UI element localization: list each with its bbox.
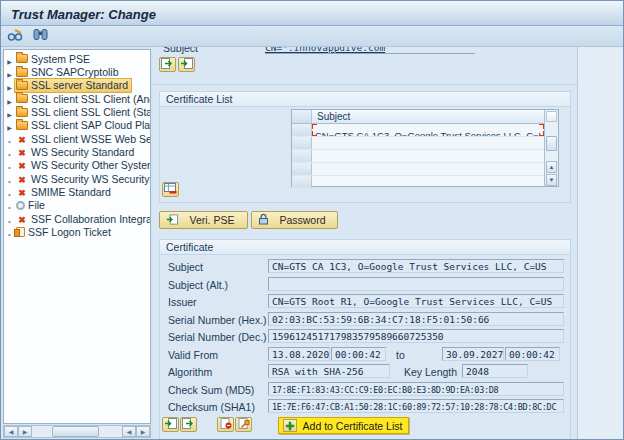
certificate-group: Certificate Subject CN=GTS CA 1C3, O=Goo… [159,239,571,440]
tree-item-label: SSL client WSSE Web Servic [31,133,151,145]
display-certificate-button[interactable] [217,417,234,432]
row-selector[interactable] [292,163,312,175]
tree-item-label: SSF Collaboration Integration [31,213,151,225]
file-import-icon [166,214,178,227]
selected-tree-item[interactable]: SSL server Standard [15,79,131,92]
tree-item-ws-security-keys[interactable]: WS Security WS Security Key [4,172,150,185]
row-selector[interactable] [292,137,312,149]
inactive-x-icon [16,146,28,158]
tree-item-ssl-server-standard[interactable]: SSL server Standard [4,79,150,92]
title-bar: Trust Manager: Change [1,1,623,26]
scroll-down-button[interactable]: ▼ [546,174,557,186]
scrollbar-track[interactable] [32,426,122,437]
tree-item-ssl-client-sap-cloud[interactable]: SSL client SAP Cloud Platform [4,119,150,132]
tree-item-label: SSL server Standard [31,79,128,91]
scroll-up-button[interactable]: ▲ [546,161,557,173]
file-ring-icon [16,201,25,210]
tree-item-ssl-client-standard[interactable]: SSL client SSL Client (Standa [4,105,150,118]
tree-item-file[interactable]: File [4,199,150,212]
tree-item-label: File [28,199,45,211]
sha1-label: Checksum (SHA1) [168,401,255,413]
app-toolbar [1,26,623,47]
select-all-cell[interactable] [292,110,312,123]
import-certificate-button[interactable] [162,417,179,432]
tree-item-ws-security-other[interactable]: WS Security Other System E [4,159,150,172]
valid-to-date-field[interactable]: 30.09.2027 [442,347,504,361]
trust-manager-window: Trust Manager: Change [0,0,624,440]
binoculars-icon [33,28,48,44]
scrollbar-thumb[interactable] [546,136,557,151]
tree-item-system-pse[interactable]: System PSE [4,52,150,65]
certificate-request-button[interactable] [235,417,252,432]
issuer-label: Issuer [168,296,197,308]
subject-field[interactable]: CN=GTS CA 1C3, O=Google Trust Services L… [268,259,564,273]
row-selector[interactable] [292,176,312,188]
tree-item-label: SNC SAPCryptolib [31,66,119,78]
valid-to-time-field[interactable]: 00:00:42 [505,347,560,361]
own-subject-label: Subject [163,47,198,54]
file-export-icon [161,57,174,72]
subject-label: Subject [168,261,203,273]
valid-from-time-field[interactable]: 00:00:42 [331,347,386,361]
sha1-field[interactable]: 1E:7E:F6:47:CB:A1:50:28:1C:60:89:72:57:1… [268,399,564,413]
inactive-x-icon [16,159,28,171]
subject-alt-field[interactable] [268,277,564,291]
tree-item-ssf-logon-ticket[interactable]: SSF Logon Ticket [4,225,150,238]
tree-item-label: SSL client SAP Cloud Platform [31,119,151,131]
selection-corner [312,124,317,129]
scroll-right-button[interactable]: ▶ [18,426,32,437]
find-button[interactable] [31,28,49,45]
certificate-list-row[interactable] [292,163,558,176]
import-certificate-button[interactable] [178,57,195,72]
verify-pse-button[interactable]: Veri. PSE [159,211,248,229]
delete-list-entry-button[interactable] [162,182,179,197]
certificate-list-row[interactable] [292,137,558,150]
certificate-list-row[interactable] [292,176,558,189]
export-certificate-button[interactable] [180,417,197,432]
own-subject-value[interactable]: CN=*.innovappdive.com [265,47,475,54]
row-selector[interactable] [292,124,312,136]
certificate-actions: Add to Certificate List [160,417,570,435]
key-length-field[interactable]: 2048 [462,364,528,378]
add-to-certificate-list-button[interactable]: Add to Certificate List [278,417,409,434]
tree-item-ssf-collaboration[interactable]: SSF Collaboration Integration [4,212,150,225]
certificate-list-row[interactable]: CN=GTS CA 1C3, O=Google Trust Services L… [292,124,558,137]
tree-item-label: SMIME Standard [31,186,111,198]
folder-icon [16,94,28,103]
tree-item-snc-sapcryptolib[interactable]: SNC SAPCryptolib [4,65,150,78]
algorithm-field[interactable]: RSA with SHA-256 [268,364,390,378]
tree-item-label: WS Security Standard [31,146,134,158]
row-selector[interactable] [292,150,312,162]
issuer-field[interactable]: CN=GTS Root R1, O=Google Trust Services … [268,294,564,308]
certificate-list-row[interactable] [292,150,558,163]
inactive-x-icon [16,213,28,225]
scroll-left-button[interactable]: ◀ [122,426,136,437]
scroll-left-button[interactable]: ◀ [4,426,18,437]
scrollbar-top-cell [546,111,557,122]
table-vertical-scrollbar[interactable]: ▲ ▼ [544,110,558,186]
tree-item-label: SSF Logon Ticket [28,226,111,238]
pse-tree: System PSE SNC SAPCryptolib SSL server S… [3,49,151,424]
tree-horizontal-scrollbar[interactable]: ◀ ▶ ◀ ▶ [3,425,151,438]
file-export-icon [182,417,195,432]
tree-item-label: WS Security Other System E [31,159,151,171]
tree-item-ssl-client-wsse[interactable]: SSL client WSSE Web Servic [4,132,150,145]
scroll-right-button[interactable]: ▶ [136,426,150,437]
certificate-list-title: Certificate List [160,92,570,107]
password-button[interactable]: Password [251,211,338,229]
scrollbar-thumb[interactable] [52,426,99,437]
export-certificate-button[interactable] [159,57,176,72]
tree-item-ws-security-standard[interactable]: WS Security Standard [4,145,150,158]
valid-from-date-field[interactable]: 13.08.2020 [268,347,330,361]
tree-item-ssl-client-anonymous[interactable]: SSL client SSL Client (Anonym [4,92,150,105]
tree-item-smime-standard[interactable]: SMIME Standard [4,185,150,198]
file-import-icon [180,57,193,72]
display-change-button[interactable] [6,28,24,45]
display-change-icon [7,27,24,45]
certificate-subject-cell[interactable]: CN=GTS CA 1C3, O=Google Trust Services L… [315,130,552,136]
certificate-list-table: Subject CN=GTS CA 1C3, O=Google Trust Se… [291,109,559,187]
serial-dec-field[interactable]: 159612451717983579589660725350 [268,329,564,343]
serial-hex-field[interactable]: 02:03:BC:53:59:6B:34:C7:18:F5:01:50:66 [268,312,564,326]
password-label: Password [274,214,331,226]
md5-field[interactable]: 17:8E:F1:83:43:CC:C9:E0:EC:B0:E3:8D:9D:E… [268,382,564,396]
